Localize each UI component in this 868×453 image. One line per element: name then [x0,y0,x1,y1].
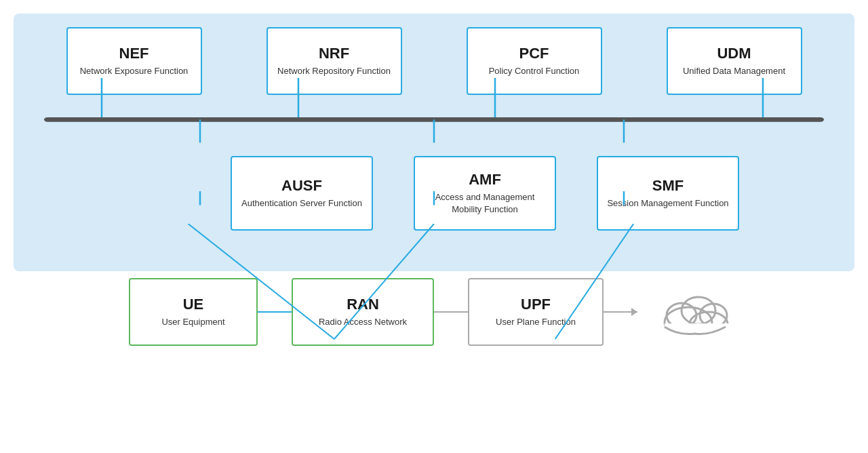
udm-box: UDM Unified Data Management [667,27,802,95]
amf-title: AMF [469,171,501,189]
upf-cloud-connector [604,311,637,313]
nrf-box: NRF Network Repository Function [267,27,402,95]
bottom-section: UE User Equipment RAN Radio Access Netwo… [14,278,854,346]
udm-subtitle: Unified Data Management [683,65,785,77]
nef-title: NEF [119,45,149,62]
smf-title: SMF [652,177,684,195]
ausf-box: AUSF Authentication Server Function [231,156,373,231]
nrf-title: NRF [319,45,349,62]
second-row: AUSF Authentication Server Function AMF … [34,156,834,231]
pcf-subtitle: Policy Control Function [489,65,580,77]
smf-subtitle: Session Management Function [607,197,728,210]
ue-title: UE [183,296,204,313]
pcf-box: PCF Policy Control Function [467,27,602,95]
ausf-title: AUSF [281,177,322,195]
nrf-subtitle: Network Repository Function [277,65,391,77]
ran-box: RAN Radio Access Network [292,278,434,346]
ausf-subtitle: Authentication Server Function [241,197,362,210]
svg-point-17 [682,297,715,324]
top-row: NEF Network Exposure Function NRF Networ… [34,27,834,95]
ran-upf-connector [434,311,468,313]
udm-title: UDM [717,45,751,62]
nef-subtitle: Network Exposure Function [80,65,189,77]
amf-box: AMF Access and Management Mobility Funct… [414,156,556,231]
amf-subtitle: Access and Management Mobility Function [423,191,547,216]
upf-title: UPF [521,296,551,313]
core-network-area: NEF Network Exposure Function NRF Networ… [14,14,854,271]
ue-ran-connector [258,311,292,313]
pcf-title: PCF [519,45,549,62]
ue-subtitle: User Equipment [161,316,224,328]
upf-box: UPF User Plane Function [468,278,604,346]
ran-subtitle: Radio Access Network [319,316,407,328]
upf-subtitle: User Plane Function [496,316,576,328]
nef-box: NEF Network Exposure Function [66,27,202,95]
ran-title: RAN [347,296,379,313]
ue-box: UE User Equipment [129,278,258,346]
cloud-icon [658,285,739,339]
bottom-row: UE User Equipment RAN Radio Access Netwo… [14,278,854,346]
smf-box: SMF Session Management Function [597,156,739,231]
